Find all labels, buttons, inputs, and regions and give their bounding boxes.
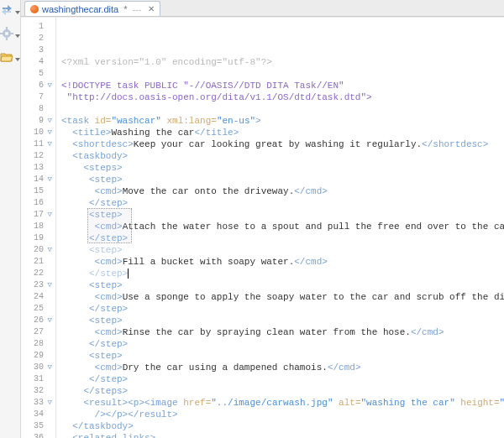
line-number: 23 — [27, 279, 44, 291]
code-line[interactable]: <step> — [61, 350, 504, 362]
gutter-row[interactable]: 34 — [21, 409, 55, 420]
fold-toggle-icon[interactable]: ▽ — [45, 279, 52, 291]
tool-settings[interactable] — [0, 27, 20, 40]
gutter-row[interactable]: 4 — [21, 56, 55, 68]
token: <title> — [61, 128, 111, 138]
code-line[interactable]: <step> — [61, 209, 504, 221]
gutter-row[interactable]: 12 — [21, 150, 55, 162]
code-line[interactable]: /></p></result> — [61, 409, 504, 420]
fold-toggle-icon[interactable]: ▽ — [45, 397, 52, 409]
gutter-row[interactable]: 17▽ — [21, 209, 55, 221]
gutter-row[interactable]: 25 — [21, 303, 55, 315]
code-line[interactable]: <cmd>Dry the car using a dampened chamoi… — [61, 362, 504, 373]
gutter-row[interactable]: 20▽ — [21, 244, 55, 256]
gutter-row[interactable]: 33▽ — [21, 397, 55, 409]
fold-toggle-icon[interactable]: ▽ — [45, 115, 52, 127]
line-number: 14 — [27, 174, 44, 185]
gutter-row[interactable]: 28 — [21, 338, 55, 350]
code-editor[interactable]: <?xml version="1.0" encoding="utf-8"?><!… — [56, 18, 504, 438]
gutter-row[interactable]: 13 — [21, 162, 55, 174]
gutter-row[interactable]: 32 — [21, 385, 55, 397]
code-line[interactable]: <taskbody> — [61, 150, 504, 162]
code-line[interactable]: </taskbody> — [61, 420, 504, 432]
gutter-row[interactable]: 6▽ — [21, 80, 55, 91]
code-line[interactable]: <cmd>Rinse the car by spraying clean wat… — [61, 326, 504, 338]
gutter-row[interactable]: 27 — [21, 326, 55, 338]
line-number: 21 — [27, 256, 44, 268]
gutter-row[interactable]: 10▽ — [21, 127, 55, 138]
code-container: 123456▽789▽10▽11▽121314▽151617▽181920▽21… — [21, 17, 504, 438]
code-line[interactable]: "http://docs.oasis-open.org/dita/v1.1/OS… — [61, 91, 504, 103]
code-line[interactable]: </step> — [61, 338, 504, 350]
gutter-row[interactable]: 3 — [21, 44, 55, 56]
gutter-row[interactable]: 26▽ — [21, 315, 55, 326]
gutter-row[interactable]: 23▽ — [21, 279, 55, 291]
fold-toggle-icon[interactable]: ▽ — [45, 138, 52, 150]
code-line[interactable]: </step> — [61, 197, 504, 209]
gutter-row[interactable]: 2 — [21, 33, 55, 44]
editor-tab[interactable]: washingthecar.dita * --- ✕ — [24, 1, 160, 16]
gutter-row[interactable]: 11▽ — [21, 138, 55, 150]
line-gutter[interactable]: 123456▽789▽10▽11▽121314▽151617▽181920▽21… — [21, 18, 56, 438]
code-line[interactable]: </step> — [61, 232, 504, 244]
gutter-row[interactable]: 29 — [21, 350, 55, 362]
gutter-row[interactable]: 5 — [21, 68, 55, 80]
token: "../image/carwash.jpg" — [211, 398, 333, 408]
code-line[interactable]: <step> — [61, 315, 504, 326]
code-line[interactable]: <step> — [61, 279, 504, 291]
code-line[interactable] — [61, 68, 504, 80]
gutter-row[interactable]: 16 — [21, 197, 55, 209]
code-line[interactable]: <cmd>Move the car onto the driveway.</cm… — [61, 185, 504, 197]
token: alt= — [339, 398, 360, 408]
gutter-row[interactable]: 15 — [21, 185, 55, 197]
gutter-row[interactable]: 19 — [21, 232, 55, 244]
code-line[interactable]: <cmd>Attach the water hose to a spout an… — [61, 221, 504, 232]
code-line[interactable]: <cmd>Use a sponge to apply the soapy wat… — [61, 291, 504, 303]
tool-swap[interactable] — [0, 3, 20, 17]
code-line[interactable]: </step> — [61, 303, 504, 315]
app-root: washingthecar.dita * --- ✕ 123456▽789▽10… — [0, 0, 504, 438]
fold-toggle-icon[interactable]: ▽ — [45, 127, 52, 138]
code-line[interactable]: <step> — [61, 244, 504, 256]
code-line[interactable]: </steps> — [61, 385, 504, 397]
gutter-row[interactable]: 35 — [21, 420, 55, 432]
gutter-row[interactable]: 30▽ — [21, 362, 55, 373]
gutter-row[interactable]: 22 — [21, 268, 55, 279]
gutter-row[interactable]: 9▽ — [21, 115, 55, 127]
code-line[interactable]: <related-links> — [61, 432, 504, 438]
token: <p> — [128, 398, 144, 408]
fold-toggle-icon[interactable]: ▽ — [45, 362, 52, 373]
token: </cmd> — [294, 186, 328, 196]
code-line[interactable]: <title>Washing the car</title> — [61, 127, 504, 138]
code-line[interactable]: </step> — [61, 268, 504, 279]
token: </shortdesc> — [422, 139, 488, 149]
code-line[interactable]: <step> — [61, 174, 504, 185]
token: </steps> — [61, 386, 128, 396]
gutter-row[interactable]: 14▽ — [21, 174, 55, 185]
code-line[interactable]: <task id="washcar" xml:lang="en-us"> — [61, 115, 504, 127]
fold-toggle-icon[interactable]: ▽ — [45, 174, 52, 185]
code-line[interactable]: <shortdesc>Keep your car looking great b… — [61, 138, 504, 150]
gutter-row[interactable]: 8 — [21, 103, 55, 115]
line-number: 35 — [27, 420, 44, 432]
gutter-row[interactable]: 24 — [21, 291, 55, 303]
code-line[interactable]: <steps> — [61, 162, 504, 174]
code-line[interactable]: <cmd>Fill a bucket with soapy water.</cm… — [61, 256, 504, 268]
close-icon[interactable]: ✕ — [148, 4, 155, 13]
tool-open[interactable] — [0, 50, 20, 64]
code-line[interactable]: </step> — [61, 373, 504, 385]
code-line[interactable]: <?xml version="1.0" encoding="utf-8"?> — [61, 56, 504, 68]
code-line[interactable]: <result><p><image href="../image/carwash… — [61, 397, 504, 409]
fold-toggle-icon[interactable]: ▽ — [45, 209, 52, 221]
gutter-row[interactable]: 21 — [21, 256, 55, 268]
fold-toggle-icon[interactable]: ▽ — [45, 315, 52, 326]
gutter-row[interactable]: 36 — [21, 432, 55, 438]
gutter-row[interactable]: 1 — [21, 21, 55, 33]
code-line[interactable]: <!DOCTYPE task PUBLIC "-//OASIS//DTD DIT… — [61, 80, 504, 91]
gutter-row[interactable]: 7 — [21, 91, 55, 103]
gutter-row[interactable]: 18 — [21, 221, 55, 232]
fold-toggle-icon[interactable]: ▽ — [45, 244, 52, 256]
code-line[interactable] — [61, 103, 504, 115]
fold-toggle-icon[interactable]: ▽ — [45, 80, 52, 91]
gutter-row[interactable]: 31 — [21, 373, 55, 385]
